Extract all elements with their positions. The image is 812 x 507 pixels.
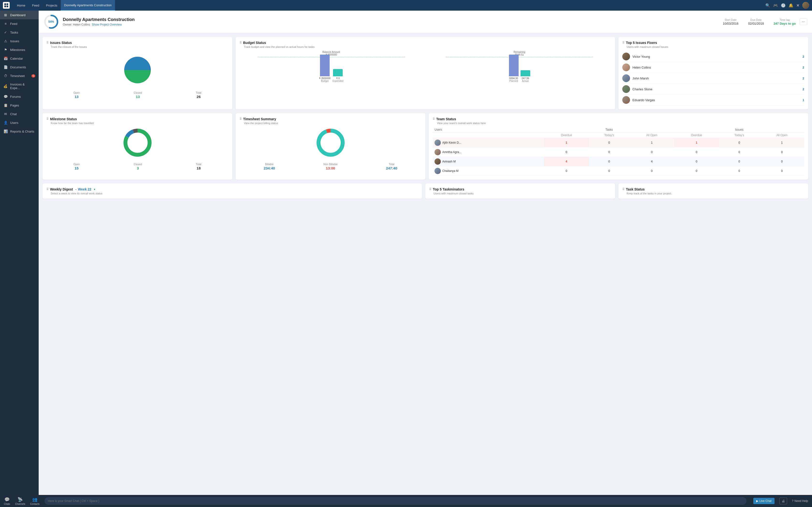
m3-issues-today: 0 bbox=[719, 157, 760, 166]
dashboard-icon: ⊞ bbox=[3, 13, 8, 17]
play-icon: ▶ bbox=[756, 499, 758, 503]
m4-issues-allopen: 0 bbox=[760, 166, 804, 176]
sidebar-item-invoices[interactable]: 💰 Invoices & Expe... bbox=[0, 80, 39, 92]
chat-input[interactable] bbox=[48, 499, 743, 503]
m3-tasks-today: 0 bbox=[589, 157, 629, 166]
budget-status-card: ⠿ Budget Status Track budget and view th… bbox=[236, 37, 615, 109]
search-icon[interactable]: 🔍 bbox=[765, 3, 770, 8]
sidebar-item-tasks[interactable]: ✓ Tasks bbox=[0, 28, 39, 37]
closed-label: Closed bbox=[134, 91, 142, 94]
tasks-overdue-header: Overdue bbox=[544, 132, 589, 138]
milestone-status-card: ⠿ Milestone Status Know how far the team… bbox=[43, 113, 232, 180]
sidebar-item-reports[interactable]: 📊 Reports & Charts bbox=[0, 127, 39, 136]
issues-status-card: ⠿ Issues Status Track the closure of the… bbox=[43, 37, 232, 109]
closed-value: 13 bbox=[134, 95, 142, 99]
chats-label: Chats bbox=[4, 503, 10, 505]
timesheet-donut-chart bbox=[240, 125, 421, 161]
week-chevron-icon[interactable]: ▼ bbox=[93, 188, 96, 191]
contacts-icon: 👥 bbox=[32, 497, 38, 502]
nonbillable-value: 13:00 bbox=[323, 166, 338, 170]
expended-bar-value: ₹ 0 bbox=[336, 77, 340, 80]
sidebar-item-milestones[interactable]: ⚑ Milestones bbox=[0, 45, 39, 54]
sidebar-item-forums[interactable]: 💬 Forums bbox=[0, 92, 39, 101]
tasks-today-header: Today's bbox=[589, 132, 629, 138]
print-button[interactable]: 🖨 bbox=[779, 498, 787, 504]
total-label: Total bbox=[196, 91, 201, 94]
m3-tasks-allopen: 4 bbox=[629, 157, 674, 166]
game-icon[interactable]: 🎮 bbox=[773, 3, 778, 8]
nav-projects[interactable]: Projects bbox=[43, 0, 61, 11]
fixer-count-1: 2 bbox=[803, 55, 804, 58]
fixer-name-2: Helen Collins bbox=[632, 66, 800, 69]
fixers-title: Top 5 Issues Fixers bbox=[626, 41, 657, 45]
sidebar-item-chat[interactable]: ✉ Chat bbox=[0, 110, 39, 118]
nav-home[interactable]: Home bbox=[13, 0, 29, 11]
user-avatar[interactable] bbox=[802, 2, 809, 9]
sidebar-item-calendar[interactable]: 📅 Calendar bbox=[0, 54, 39, 63]
issues-title: Issues Status bbox=[50, 41, 72, 45]
contacts-button[interactable]: 👥 Contacts bbox=[30, 497, 39, 505]
sidebar-item-issues[interactable]: ⚠ Issues bbox=[0, 37, 39, 45]
chats-icon: 💬 bbox=[4, 497, 10, 502]
fixer-name-5: Eduardo Vargas bbox=[632, 98, 800, 102]
fixer-item-3: John Marsh 2 bbox=[622, 73, 804, 84]
sidebar-item-users[interactable]: 👤 Users bbox=[0, 118, 39, 127]
more-options-button[interactable]: ··· bbox=[800, 18, 807, 25]
chats-button[interactable]: 💬 Chats bbox=[4, 497, 10, 505]
sidebar-item-documents[interactable]: 📄 Documents bbox=[0, 63, 39, 71]
sidebar-item-timesheet[interactable]: ⏱ Timesheet 5 bbox=[0, 71, 39, 80]
start-date-label: Start Date bbox=[723, 18, 739, 21]
nav-feed[interactable]: Feed bbox=[29, 0, 43, 11]
timesheet-title: Timesheet Summary bbox=[243, 117, 276, 121]
m1-tasks-today: 0 bbox=[589, 138, 629, 148]
sidebar-label-invoices: Invoices & Expe... bbox=[10, 82, 35, 90]
m2-tasks-today: 0 bbox=[589, 148, 629, 157]
sidebar-label-issues: Issues bbox=[10, 39, 19, 43]
due-date-value: 02/01/2018 bbox=[748, 22, 764, 25]
live-chat-button[interactable]: ▶ Live Chat bbox=[753, 498, 774, 504]
show-overview-link[interactable]: Show Project Overview bbox=[92, 23, 122, 26]
actual-bar-label: Actual bbox=[522, 80, 529, 82]
close-icon[interactable]: ✕ bbox=[796, 3, 800, 8]
sidebar-label-feed: Feed bbox=[10, 22, 17, 25]
m1-tasks-overdue: 1 bbox=[544, 138, 589, 148]
project-header: 54% Donnelly Apartments Construction Own… bbox=[39, 11, 812, 33]
fixer-count-5: 1 bbox=[803, 98, 804, 102]
dashboard-first-row: ⠿ Issues Status Track the closure of the… bbox=[39, 33, 812, 113]
sidebar-item-pages[interactable]: 📋 Pages bbox=[0, 101, 39, 110]
milestone-subtitle: Know how far the team has travelled bbox=[51, 122, 229, 125]
billable-label: Billable bbox=[264, 163, 275, 166]
milestone-title: Milestone Status bbox=[50, 117, 77, 121]
chat-input-area[interactable] bbox=[45, 497, 747, 505]
ms-closed-value: 3 bbox=[134, 166, 142, 170]
digest-week-label[interactable]: Week 22 bbox=[78, 187, 91, 191]
dashboard-second-row: ⠿ Milestone Status Know how far the team… bbox=[39, 113, 812, 183]
sidebar-label-reports: Reports & Charts bbox=[10, 130, 34, 133]
task-status-card: ⠿ Task Status Keep track of the tasks in… bbox=[618, 183, 808, 199]
issues-today-header: Today's bbox=[719, 132, 760, 138]
bell-icon[interactable]: 🔔 bbox=[789, 3, 794, 8]
billable-value: 234:40 bbox=[264, 166, 275, 170]
taskminator-title: Top 5 Taskminators bbox=[433, 187, 464, 191]
chat-icon: ✉ bbox=[3, 112, 8, 116]
svg-rect-0 bbox=[4, 3, 6, 5]
channels-button[interactable]: 📡 Channels bbox=[15, 497, 25, 505]
svg-rect-2 bbox=[4, 6, 6, 7]
sidebar-item-feed[interactable]: ≡ Feed bbox=[0, 19, 39, 28]
help-label: Need Help bbox=[794, 499, 808, 503]
nav-current-project[interactable]: Donnelly Apartments Construction bbox=[61, 0, 115, 11]
clock-icon[interactable]: 🕐 bbox=[781, 3, 785, 8]
top-fixers-card: ⠿ Top 5 Issues Fixers Users with maximum… bbox=[618, 37, 808, 109]
project-meta: Owner: Helen Collins Show Project Overvi… bbox=[63, 23, 135, 26]
sidebar-label-forums: Forums bbox=[10, 95, 21, 99]
tasks-allopen-header: All Open bbox=[629, 132, 674, 138]
need-help-button[interactable]: ? Need Help bbox=[792, 499, 808, 503]
start-date-value: 10/03/2016 bbox=[723, 22, 739, 25]
app-logo[interactable] bbox=[3, 2, 10, 9]
ts-total-value: 247:40 bbox=[386, 166, 397, 170]
team-row-3: Avinash M 4 0 4 0 0 0 bbox=[433, 157, 804, 166]
sidebar-item-dashboard[interactable]: ⊞ Dashboard bbox=[0, 11, 39, 19]
ts-total-label: Total bbox=[386, 163, 397, 166]
digest-drag-icon: ⠿ bbox=[46, 187, 49, 191]
sidebar: ⊞ Dashboard ≡ Feed ✓ Tasks ⚠ Issues ⚑ Mi… bbox=[0, 11, 39, 495]
